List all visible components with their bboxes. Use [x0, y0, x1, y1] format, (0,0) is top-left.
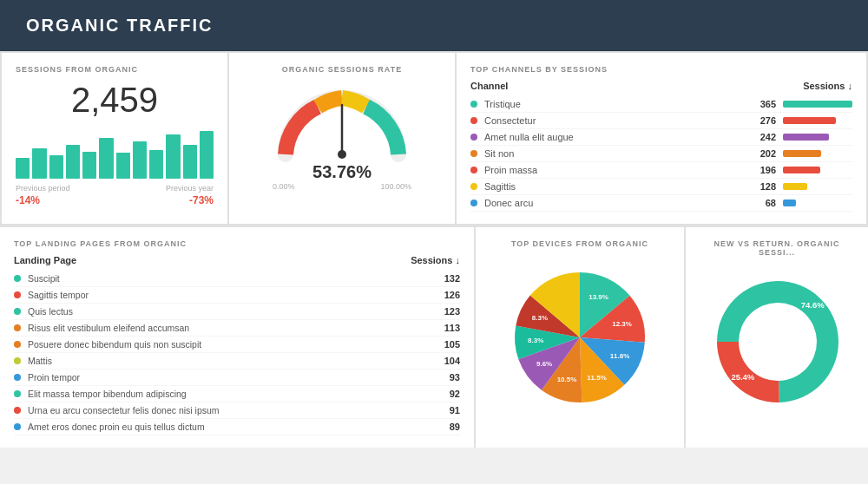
landing-title: TOP LANDING PAGES FROM ORGANIC — [14, 239, 460, 248]
channel-sessions: 202 — [760, 148, 776, 159]
landing-row: Urna eu arcu consectetur felis donec nis… — [14, 402, 460, 419]
return-donut-chart: 74.6%25.4% — [700, 264, 856, 411]
landing-dot — [14, 341, 21, 348]
landing-name: Suscipit — [28, 273, 444, 284]
period-change: -14% — [16, 194, 40, 206]
gauge-min: 0.00% — [273, 182, 295, 191]
channel-dot — [470, 199, 477, 206]
channel-sessions: 365 — [760, 99, 776, 109]
landing-name: Urna eu arcu consectetur felis donec nis… — [28, 405, 450, 415]
channel-row: Sit non 202 — [470, 146, 852, 162]
landing-dot — [14, 423, 21, 430]
gauge-card: ORGANIC SESSIONS RATE 53.76% 0.00% 100 — [229, 53, 455, 224]
channel-bar — [783, 167, 820, 173]
landing-dot — [14, 374, 21, 381]
landing-row: Risus elit vestibulum eleifend accumsan … — [14, 320, 460, 337]
landing-card: TOP LANDING PAGES FROM ORGANIC Landing P… — [0, 227, 474, 448]
landing-list: Suscipit 132 Sagittis tempor 126 Quis le… — [14, 271, 460, 435]
landing-sessions: 92 — [450, 389, 460, 399]
top-row: SESSIONS FROM ORGANIC 2,459 Previous per… — [0, 51, 868, 227]
svg-point-1 — [338, 150, 346, 159]
landing-dot — [14, 291, 21, 298]
landing-sessions: 105 — [444, 339, 460, 350]
channel-dot — [470, 101, 477, 108]
landing-dot — [14, 390, 21, 397]
channel-row: Proin massa 196 — [470, 162, 852, 179]
svg-text:11.8%: 11.8% — [610, 352, 630, 360]
sessions-title: SESSIONS FROM ORGANIC — [16, 65, 214, 74]
channel-row: Sagittis 128 — [470, 179, 852, 195]
channel-name: Donec arcu — [484, 198, 766, 208]
channel-bar-wrap — [783, 117, 852, 124]
landing-name: Proin tempor — [28, 372, 450, 383]
col-sessions-landing: Sessions ↓ — [411, 255, 460, 265]
channels-title: TOP CHANNELS BY SESSIONS — [470, 65, 852, 74]
landing-name: Risus elit vestibulum eleifend accumsan — [28, 323, 444, 333]
sessions-bar-chart — [16, 127, 214, 179]
landing-name: Posuere donec bibendum quis non suscipit — [28, 339, 444, 350]
landing-sessions: 126 — [444, 290, 460, 300]
landing-row: Amet eros donec proin eu quis tellus dic… — [14, 419, 460, 435]
svg-text:8.3%: 8.3% — [532, 314, 548, 322]
landing-sessions: 132 — [444, 273, 460, 284]
landing-name: Sagittis tempor — [28, 290, 444, 300]
svg-text:10.5%: 10.5% — [557, 376, 577, 383]
year-label: Previous year — [166, 184, 214, 193]
svg-text:8.3%: 8.3% — [528, 337, 543, 344]
landing-sessions: 104 — [444, 356, 460, 366]
channel-bar-wrap — [783, 134, 852, 141]
landing-dot — [14, 407, 21, 414]
channel-bar — [783, 183, 807, 190]
channel-bar — [783, 134, 829, 141]
channel-name: Consectetur — [484, 115, 760, 126]
channel-name: Sagittis — [484, 181, 760, 192]
landing-name: Quis lectus — [28, 306, 444, 317]
svg-text:74.6%: 74.6% — [801, 300, 825, 310]
landing-sessions: 123 — [444, 306, 460, 317]
channel-sessions: 128 — [760, 181, 776, 192]
landing-name: Elit massa tempor bibendum adipiscing — [28, 389, 450, 399]
landing-sessions: 91 — [450, 405, 460, 415]
landing-row: Sagittis tempor 126 — [14, 287, 460, 304]
landing-dot — [14, 357, 21, 364]
col-page: Landing Page — [14, 255, 76, 265]
landing-name: Amet eros donec proin eu quis tellus dic… — [28, 422, 450, 432]
channel-bar-wrap — [783, 167, 852, 173]
period-label: Previous period — [16, 184, 70, 193]
landing-row: Elit massa tempor bibendum adipiscing 92 — [14, 386, 460, 402]
year-change: -73% — [189, 194, 214, 206]
channel-bar — [783, 117, 836, 124]
channel-bar — [783, 101, 852, 108]
channel-bar — [783, 199, 796, 206]
sessions-card: SESSIONS FROM ORGANIC 2,459 Previous per… — [2, 53, 227, 224]
channel-bar — [783, 150, 821, 157]
landing-row: Suscipit 132 — [14, 271, 460, 287]
channel-name: Amet nulla elit augue — [484, 132, 760, 142]
sessions-value: 2,459 — [16, 81, 214, 120]
channel-row: Amet nulla elit augue 242 — [470, 129, 852, 146]
svg-text:13.9%: 13.9% — [589, 293, 608, 301]
devices-title: TOP DEVICES FROM ORGANIC — [490, 239, 670, 248]
landing-sessions: 89 — [450, 422, 460, 432]
svg-text:11.5%: 11.5% — [587, 374, 607, 382]
col-channel: Channel — [470, 81, 508, 91]
landing-row: Quis lectus 123 — [14, 304, 460, 320]
landing-header: Landing Page Sessions ↓ — [14, 255, 460, 265]
landing-dot — [14, 308, 21, 315]
channel-dot — [470, 134, 477, 141]
gauge-max: 100.00% — [380, 182, 411, 191]
page-header: ORGANIC TRAFFIC — [0, 0, 868, 51]
channel-dot — [470, 167, 477, 173]
return-title: NEW VS RETURN. ORGANIC SESSI... — [700, 239, 854, 257]
return-card: NEW VS RETURN. ORGANIC SESSI... 74.6%25.… — [686, 227, 868, 448]
channel-bar-wrap — [783, 150, 852, 157]
svg-text:25.4%: 25.4% — [731, 372, 754, 382]
page-title: ORGANIC TRAFFIC — [26, 16, 214, 35]
channel-dot — [470, 150, 477, 157]
devices-pie-chart: 13.9%12.3%11.8%11.5%10.5%9.6%8.3%8.3% — [493, 255, 667, 411]
bottom-row: TOP LANDING PAGES FROM ORGANIC Landing P… — [0, 227, 868, 448]
gauge-container — [273, 81, 411, 159]
landing-row: Mattis 104 — [14, 353, 460, 370]
landing-dot — [14, 275, 21, 282]
channels-header: Channel Sessions ↓ — [470, 81, 852, 91]
